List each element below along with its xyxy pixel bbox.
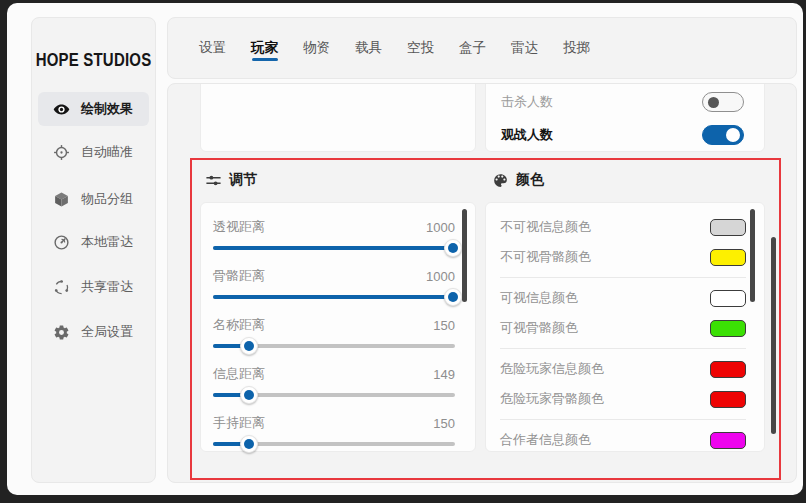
color-row-teammate-info: 合作者信息颜色 [500,425,746,455]
slider-value: 1000 [426,220,455,235]
crosshair-icon [53,144,70,161]
sidebar-item-draw-effects[interactable]: 绘制效果 [38,92,149,126]
color-label: 危险玩家骨骼颜色 [500,390,604,408]
tab-vehicle[interactable]: 载具 [355,18,382,78]
color-label: 不可视信息颜色 [500,218,591,236]
color-row-invisible-info: 不可视信息颜色 [500,212,746,242]
brand-logo: HOPE STUDIOS [32,49,155,69]
name-distance-slider[interactable] [213,337,455,355]
tab-airdrop[interactable]: 空投 [407,18,434,78]
adjust-card: 透视距离 1000 骨骼距离 1000 [200,202,476,452]
divider [500,348,746,349]
visible-bone-color-swatch[interactable] [710,320,746,337]
slider-value: 150 [433,416,455,431]
slider-handle[interactable] [444,288,462,306]
color-label: 可视骨骼颜色 [500,319,578,337]
color-row-visible-bone: 可视骨骼颜色 [500,313,746,343]
danger-player-bone-color-swatch[interactable] [710,391,746,408]
sidebar-item-label: 全局设置 [81,323,133,341]
sidebar-item-shared-radar[interactable]: 共享雷达 [38,270,149,304]
palette-icon [492,172,509,189]
app-window: HOPE STUDIOS 绘制效果 自动瞄准 物品分组 本地雷达 [7,3,803,495]
color-card: 不可视信息颜色 不可视骨骼颜色 可视信息颜色 可视骨骼颜色 危险玩家信息颜色 [485,202,765,452]
color-label: 不可视骨骼颜色 [500,248,591,266]
slider-row-perspective-distance: 透视距离 1000 [213,217,455,257]
info-distance-slider[interactable] [213,386,455,404]
scrolled-card-top-left [200,83,476,152]
color-label: 合作者信息颜色 [500,431,591,449]
tab-crate[interactable]: 盒子 [459,18,486,78]
tab-player[interactable]: 玩家 [251,18,278,78]
cube-icon [53,191,70,208]
slider-label: 透视距离 [213,218,265,236]
color-row-invisible-bone: 不可视骨骼颜色 [500,242,746,272]
radar-icon [53,234,70,251]
color-section-header: 颜色 [492,170,544,190]
slider-label: 骨骼距离 [213,267,265,285]
slider-label: 名称距离 [213,316,265,334]
slider-handle[interactable] [240,435,258,453]
slider-row-name-distance: 名称距离 150 [213,315,455,355]
slider-fill [213,246,453,250]
slider-row-held-distance: 手持距离 150 [213,413,455,453]
sidebar-item-local-radar[interactable]: 本地雷达 [38,225,149,259]
spectator-count-toggle[interactable] [702,125,744,145]
slider-row-bone-distance: 骨骼距离 1000 [213,266,455,306]
adjust-card-scrollbar[interactable] [462,209,467,302]
slider-fill [213,295,453,299]
slider-label: 信息距离 [213,365,265,383]
teammate-info-color-swatch[interactable] [710,432,746,449]
sidebar-item-label: 物品分组 [81,190,133,208]
tab-settings[interactable]: 设置 [199,18,226,78]
top-tab-bar: 设置 玩家 物资 载具 空投 盒子 雷达 投掷 [167,17,797,79]
color-label: 危险玩家信息颜色 [500,360,604,378]
invisible-bone-color-swatch[interactable] [710,249,746,266]
spectator-count-label: 观战人数 [501,126,553,144]
invisible-info-color-swatch[interactable] [710,219,746,236]
slider-label: 手持距离 [213,414,265,432]
eye-icon [53,101,70,118]
sidebar-item-global-settings[interactable]: 全局设置 [38,315,149,349]
tab-throwable[interactable]: 投掷 [563,18,590,78]
player-count-card: 击杀人数 观战人数 [485,83,765,152]
slider-handle[interactable] [240,386,258,404]
sidebar-item-label: 共享雷达 [81,278,133,296]
color-row-danger-info: 危险玩家信息颜色 [500,354,746,384]
gear-icon [53,324,70,341]
slider-handle[interactable] [240,337,258,355]
toggle-knob [708,97,719,108]
share-network-icon [53,279,70,296]
kill-count-label: 击杀人数 [501,93,553,111]
sidebar-item-item-groups[interactable]: 物品分组 [38,182,149,216]
color-row-visible-info: 可视信息颜色 [500,283,746,313]
tab-radar[interactable]: 雷达 [511,18,538,78]
perspective-distance-slider[interactable] [213,239,455,257]
sidebar-item-auto-aim[interactable]: 自动瞄准 [38,135,149,169]
page-scrollbar[interactable] [771,237,776,434]
color-row-danger-bone: 危险玩家骨骼颜色 [500,384,746,414]
sidebar-item-label: 自动瞄准 [81,143,133,161]
held-distance-slider[interactable] [213,435,455,453]
adjust-section-title: 调节 [229,171,257,189]
main-panel: 击杀人数 观战人数 调节 透视距离 1000 [167,83,797,483]
slider-row-info-distance: 信息距离 149 [213,364,455,404]
slider-value: 149 [433,367,455,382]
slider-value: 150 [433,318,455,333]
toggle-knob [726,128,740,142]
tab-loot[interactable]: 物资 [303,18,330,78]
slider-value: 1000 [426,269,455,284]
sliders-icon [205,172,222,189]
visible-info-color-swatch[interactable] [710,290,746,307]
divider [500,419,746,420]
slider-handle[interactable] [444,239,462,257]
divider [500,277,746,278]
bone-distance-slider[interactable] [213,288,455,306]
sidebar-item-label: 本地雷达 [81,233,133,251]
color-card-scrollbar[interactable] [750,209,755,302]
kill-count-toggle[interactable] [702,92,744,112]
sidebar: HOPE STUDIOS 绘制效果 自动瞄准 物品分组 本地雷达 [31,17,156,483]
color-label: 可视信息颜色 [500,289,578,307]
adjust-section-header: 调节 [205,170,257,190]
danger-player-info-color-swatch[interactable] [710,361,746,378]
sidebar-item-label: 绘制效果 [81,100,133,118]
